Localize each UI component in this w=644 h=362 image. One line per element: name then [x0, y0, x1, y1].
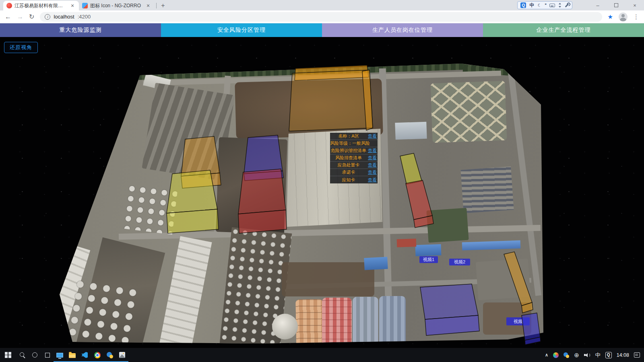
nav-tab-personnel-on-duty[interactable]: 生产人员在岗在位管理 [322, 23, 483, 37]
browser-tabstrip: 江苏极易新材料有限公司安全生产 × 图标 Icon - NG-ZORRO × +… [0, 0, 644, 10]
profile-avatar[interactable] [619, 12, 627, 21]
close-tab-icon[interactable]: × [145, 2, 151, 9]
popup-row-label: 名称：A区 [330, 133, 367, 139]
forward-icon[interactable]: → [17, 13, 23, 21]
reset-view-button[interactable]: 还原视角 [4, 42, 38, 53]
popup-row: 应知卡 查看 [330, 176, 378, 183]
popup-row-label: 应急处置卡 [330, 162, 367, 168]
cortana-button[interactable] [29, 348, 41, 362]
tray-expand-icon[interactable]: ∧ [545, 352, 548, 358]
zone-face [504, 252, 532, 306]
punctuation-icon[interactable]: ’’ [545, 3, 546, 8]
address-bar[interactable]: localhost :4200 [40, 12, 602, 22]
risk-zone-red-left[interactable] [238, 169, 287, 233]
toolbar-expand-icon[interactable] [558, 3, 561, 8]
ime-mode-indicator[interactable]: 中 [595, 352, 601, 359]
browser-tab-ngzorro[interactable]: 图标 Icon - NG-ZORRO × [79, 1, 155, 10]
maximize-button[interactable] [607, 0, 625, 10]
minimize-button[interactable]: – [588, 0, 607, 10]
popup-row: 名称：A区 查看 [330, 133, 378, 140]
network-icon[interactable]: ⊕ [574, 352, 579, 359]
risk-zones-overlay [0, 37, 644, 348]
taskbar-app-photos[interactable] [116, 348, 128, 362]
ime-language-icon[interactable]: 中 [529, 2, 534, 9]
task-view-button[interactable] [41, 348, 54, 362]
zone-face [406, 180, 432, 220]
keyboard-icon[interactable] [549, 4, 555, 7]
zone-face [420, 284, 478, 319]
risk-zone-blue-small[interactable] [522, 313, 541, 345]
taskbar-app-explorer[interactable] [66, 348, 78, 362]
risk-zone-purple-bottom[interactable] [420, 284, 479, 335]
popup-view-link[interactable]: 查看 [367, 148, 378, 154]
sogou-icon[interactable]: Q [520, 2, 526, 8]
zone-face [167, 170, 217, 213]
speaker-wave [587, 353, 590, 357]
popup-view-link[interactable]: 查看 [367, 155, 378, 161]
back-icon[interactable]: ← [5, 13, 11, 21]
windows-taskbar: ∧ ⊕ 中 Q 14:08 [0, 348, 644, 362]
3d-viewport[interactable]: 视频1 视频2 视频 [0, 37, 644, 348]
zone-face [238, 169, 286, 214]
risk-zone-red-right[interactable] [406, 180, 433, 228]
popup-row-label: 危险辨识管控清单 [330, 148, 367, 154]
qq-icon [107, 352, 113, 358]
tab-title: 图标 Icon - NG-ZORRO [90, 2, 142, 9]
start-button[interactable] [0, 348, 16, 362]
url-port: :4200 [78, 14, 91, 20]
maximize-icon [614, 3, 618, 7]
tray-security-icon[interactable] [553, 352, 559, 358]
popup-row: 承诺卡 查看 [330, 169, 378, 176]
clock[interactable]: 14:08 [617, 352, 629, 358]
zone-info-popup: 名称：A区 查看 风险等级：一般风险 危险辨识管控清单 查看 风险排查清单 查看… [330, 133, 378, 183]
ime-toolbar[interactable]: Q 中 ☾ ’’ [517, 1, 572, 9]
chrome-icon [94, 352, 101, 358]
nav-tab-major-hazard-monitoring[interactable]: 重大危险源监测 [0, 23, 161, 37]
browser-tab-current[interactable]: 江苏极易新材料有限公司安全生产 × [3, 1, 79, 10]
taskbar-app-vscode[interactable] [78, 348, 91, 362]
action-center-icon[interactable] [634, 352, 640, 358]
tab-title: 江苏极易新材料有限公司安全生产 [14, 2, 67, 9]
risk-zone-yellow-left[interactable] [167, 170, 219, 233]
ngzorro-favicon [82, 3, 88, 8]
search-icon [19, 352, 25, 358]
page-info-icon[interactable] [45, 14, 50, 20]
nav-tab-safety-risk-zoning[interactable]: 安全风险分区管理 [161, 23, 322, 37]
settings-wrench-icon[interactable] [565, 3, 569, 7]
tray-sogou-icon[interactable]: Q [605, 352, 612, 358]
taskbar-app-desktop[interactable] [54, 348, 66, 362]
popup-row-label: 风险等级：一般风险 [330, 140, 370, 146]
new-tab-button[interactable]: + [158, 1, 168, 10]
folder-icon [69, 353, 76, 358]
zone-face [289, 70, 373, 131]
risk-zone-yellow-right[interactable] [400, 153, 422, 184]
reload-icon[interactable]: ↻ [29, 13, 34, 21]
popup-view-link[interactable]: 查看 [367, 133, 378, 139]
volume-icon[interactable] [584, 352, 590, 358]
system-tray: ∧ ⊕ 中 Q 14:08 [545, 348, 644, 362]
nav-tab-production-process[interactable]: 企业生产全流程管理 [483, 23, 644, 37]
zone-face [522, 313, 540, 340]
night-mode-icon[interactable]: ☾ [537, 3, 541, 8]
popup-view-link[interactable]: 查看 [367, 177, 378, 183]
vscode-icon [82, 352, 88, 358]
popup-view-link[interactable]: 查看 [367, 169, 378, 175]
task-view-icon [45, 353, 50, 358]
zone-face [167, 209, 219, 233]
tray-qq-icon[interactable] [564, 352, 569, 358]
zone-face [238, 210, 287, 233]
search-button[interactable] [16, 348, 29, 362]
browser-menu-icon[interactable]: ⋮ [633, 13, 639, 21]
close-tab-icon[interactable]: × [69, 2, 76, 9]
risk-zone-a[interactable] [289, 65, 373, 131]
taskbar-app-chrome[interactable] [91, 348, 103, 362]
photos-icon [119, 352, 125, 358]
risk-zone-orange-right[interactable] [504, 252, 533, 313]
monitor-icon [56, 353, 63, 358]
bookmark-star-icon[interactable]: ★ [608, 13, 613, 21]
zone-face [244, 135, 283, 174]
popup-view-link[interactable]: 查看 [367, 162, 378, 168]
taskbar-app-qq[interactable] [103, 348, 116, 362]
browser-addressbar: ← → ↻ localhost :4200 ★ ⋮ [0, 10, 644, 23]
close-window-button[interactable]: × [625, 0, 644, 10]
